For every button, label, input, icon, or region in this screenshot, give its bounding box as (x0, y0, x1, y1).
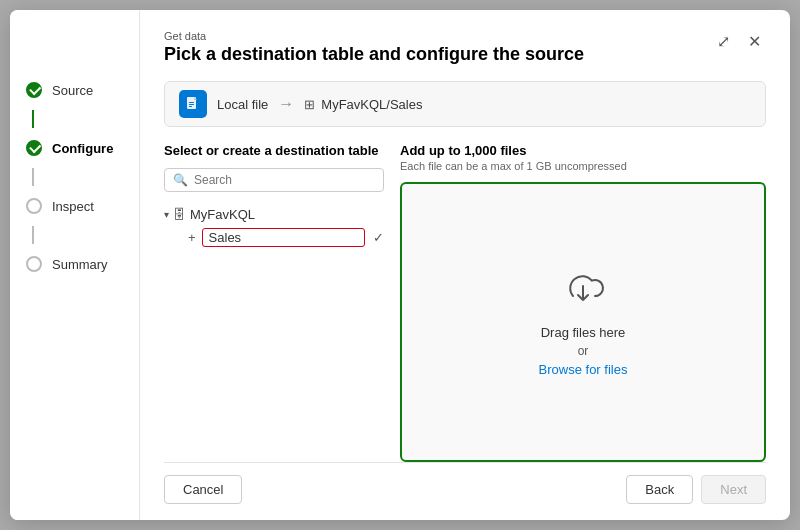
table-icon: ⊞ (304, 97, 315, 112)
footer-right: Back Next (626, 475, 766, 504)
step-circle-inspect (26, 198, 42, 214)
source-label: Local file (217, 97, 268, 112)
connector-1 (32, 110, 34, 128)
db-name-label: MyFavKQL (190, 207, 255, 222)
local-file-icon (179, 90, 207, 118)
search-box[interactable]: 🔍 (164, 168, 384, 192)
main-content: Get data Pick a destination table and co… (140, 10, 790, 520)
panels: Select or create a destination table 🔍 ▾… (164, 143, 766, 450)
expand-button[interactable]: ⤢ (712, 30, 735, 53)
modal-overlay: Source Configure Inspect Summary Get (0, 0, 800, 530)
source-bar: Local file → ⊞ MyFavKQL/Sales (164, 81, 766, 127)
sidebar-label-configure: Configure (52, 141, 113, 156)
database-icon: 🗄 (173, 207, 186, 222)
sidebar-item-configure[interactable]: Configure (10, 128, 139, 168)
left-panel-title: Select or create a destination table (164, 143, 384, 158)
modal-footer: Cancel Back Next (164, 462, 766, 504)
right-panel-subtitle: Each file can be a max of 1 GB uncompres… (400, 160, 766, 172)
plus-icon: + (188, 230, 196, 245)
sidebar-item-summary[interactable]: Summary (10, 244, 139, 284)
search-input[interactable] (194, 173, 375, 187)
sidebar-label-summary: Summary (52, 257, 108, 272)
modal: Source Configure Inspect Summary Get (10, 10, 790, 520)
modal-title: Pick a destination table and configure t… (164, 44, 584, 65)
left-panel: Select or create a destination table 🔍 ▾… (164, 143, 384, 450)
sidebar-label-source: Source (52, 83, 93, 98)
modal-subtitle: Get data (164, 30, 584, 42)
or-text: or (578, 344, 589, 358)
search-icon: 🔍 (173, 173, 188, 187)
cloud-upload-icon (559, 268, 607, 317)
svg-rect-1 (189, 102, 194, 103)
modal-header-row: Get data Pick a destination table and co… (164, 30, 766, 77)
sidebar-label-inspect: Inspect (52, 199, 94, 214)
tree-view: ▾ 🗄 MyFavKQL + ✓ (164, 204, 384, 250)
sidebar: Source Configure Inspect Summary (10, 10, 140, 520)
tree-table-row: + ✓ (164, 225, 384, 250)
dest-text: MyFavKQL/Sales (321, 97, 422, 112)
right-panel-title: Add up to 1,000 files (400, 143, 766, 158)
cancel-button[interactable]: Cancel (164, 475, 242, 504)
step-circle-source (26, 82, 42, 98)
right-panel: Add up to 1,000 files Each file can be a… (400, 143, 766, 450)
chevron-down-icon: ▾ (164, 209, 169, 220)
next-button: Next (701, 475, 766, 504)
connector-3 (32, 226, 34, 244)
svg-rect-2 (189, 104, 194, 105)
table-name-input[interactable] (202, 228, 365, 247)
drop-zone[interactable]: Drag files here or Browse for files (400, 182, 766, 462)
browse-for-files-link[interactable]: Browse for files (539, 362, 628, 377)
modal-titles: Get data Pick a destination table and co… (164, 30, 584, 77)
footer-left: Cancel (164, 475, 242, 504)
close-button[interactable]: ✕ (743, 30, 766, 53)
sidebar-item-source[interactable]: Source (10, 70, 139, 110)
step-circle-summary (26, 256, 42, 272)
step-circle-configure (26, 140, 42, 156)
tree-db-row[interactable]: ▾ 🗄 MyFavKQL (164, 204, 384, 225)
header-actions: ⤢ ✕ (712, 30, 766, 53)
sidebar-item-inspect[interactable]: Inspect (10, 186, 139, 226)
check-icon: ✓ (373, 230, 384, 245)
back-button[interactable]: Back (626, 475, 693, 504)
arrow-icon: → (278, 95, 294, 113)
connector-2 (32, 168, 34, 186)
svg-rect-3 (189, 106, 192, 107)
drag-files-text: Drag files here (541, 325, 626, 340)
dest-label: ⊞ MyFavKQL/Sales (304, 97, 422, 112)
